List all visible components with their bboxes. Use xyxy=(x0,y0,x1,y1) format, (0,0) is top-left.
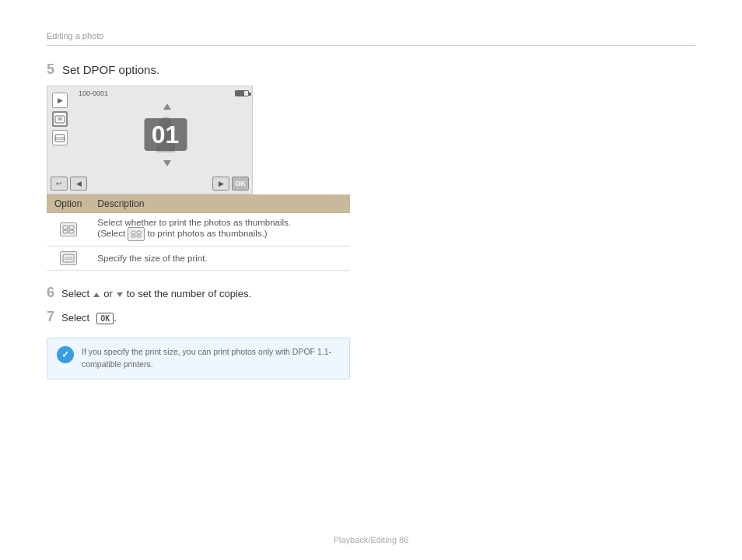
table-option-header: Option xyxy=(47,194,89,213)
breadcrumb: Editing a photo xyxy=(47,31,695,46)
svg-text:SIZE: SIZE xyxy=(64,256,73,261)
camera-left-icons: ▶ SIZE xyxy=(52,93,68,145)
step5-label: 5 Set DPOF options. xyxy=(47,61,695,78)
ok-badge: OK xyxy=(96,313,114,324)
camera-down-arrow[interactable] xyxy=(163,160,171,166)
table-row: SIZE Specify the size of the print. xyxy=(47,247,350,271)
camera-size-icon: SIZE xyxy=(52,130,68,145)
camera-bottom-controls: ↩ ◀ ▶ OK xyxy=(51,177,249,191)
svg-text:SIZE: SIZE xyxy=(54,136,65,141)
table-row-desc-1: Select whether to print the photos as th… xyxy=(89,213,350,247)
svg-rect-6 xyxy=(69,226,74,229)
table-row-icon-2: SIZE xyxy=(47,247,89,271)
battery-icon xyxy=(235,90,249,96)
step6-row: 6 Select or to set the number of copies. xyxy=(47,285,695,301)
copy-count: 01 xyxy=(144,118,187,151)
step5-section: 5 Set DPOF options. ▶ SIZE xyxy=(47,61,695,271)
thumbnail-icon xyxy=(60,222,77,236)
camera-dpof-icon xyxy=(52,111,68,127)
svg-rect-11 xyxy=(131,235,135,237)
table-row-icon-1 xyxy=(47,213,89,247)
step7-row: 7 Select OK. xyxy=(47,309,695,325)
camera-play-icon: ▶ xyxy=(52,93,68,108)
size-icon: SIZE xyxy=(60,251,77,265)
svg-rect-7 xyxy=(63,230,68,233)
table-description-header: Description xyxy=(89,194,350,213)
camera-left-button[interactable]: ◀ xyxy=(70,177,87,191)
camera-back-button[interactable]: ↩ xyxy=(51,177,68,191)
table-row-desc-2: Specify the size of the print. xyxy=(89,247,350,271)
info-icon: ✓ xyxy=(57,346,74,363)
info-box: ✓ If you specify the print size, you can… xyxy=(47,338,350,380)
camera-up-arrow[interactable] xyxy=(163,103,171,110)
camera-right-button[interactable]: ▶ xyxy=(212,177,229,191)
options-table: Option Description xyxy=(47,194,350,271)
up-arrow-icon xyxy=(93,292,100,297)
svg-rect-9 xyxy=(131,231,135,234)
svg-rect-10 xyxy=(137,231,141,234)
camera-ui: ▶ SIZE 100-0001 xyxy=(47,86,253,194)
svg-rect-8 xyxy=(69,230,74,233)
camera-ok-button[interactable]: OK xyxy=(232,177,249,191)
table-row: Select whether to print the photos as th… xyxy=(47,213,350,247)
svg-rect-12 xyxy=(137,235,141,237)
down-arrow-icon xyxy=(117,292,123,297)
svg-rect-5 xyxy=(63,226,68,229)
camera-status-bar: 100-0001 xyxy=(79,89,249,97)
page-footer: Playback/Editing 86 xyxy=(0,535,742,544)
camera-center: 01 xyxy=(86,99,244,170)
steps-below: 6 Select or to set the number of copies.… xyxy=(47,285,695,380)
